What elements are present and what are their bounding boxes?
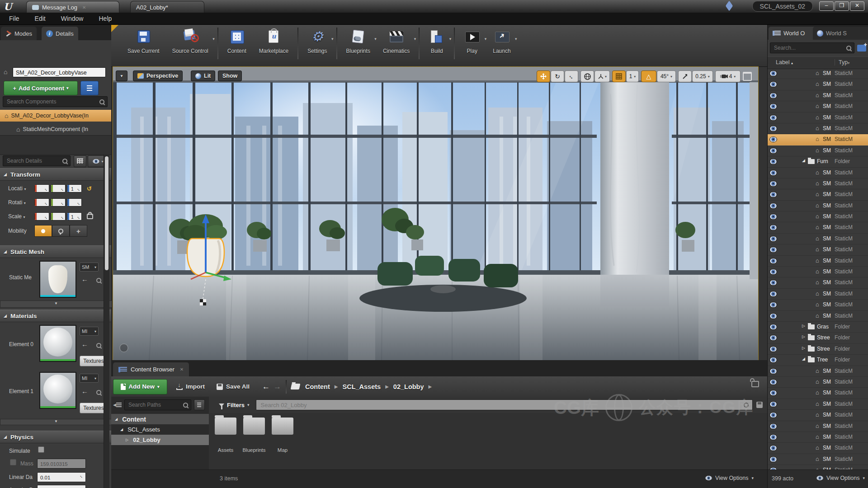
asset-search-box[interactable] bbox=[256, 399, 753, 410]
mass-override-checkbox[interactable] bbox=[10, 459, 16, 465]
outliner-row[interactable]: SM StaticM bbox=[768, 178, 868, 189]
angular-damping-field[interactable]: ↔ bbox=[37, 485, 86, 488]
save-search-icon[interactable] bbox=[756, 402, 763, 408]
breadcrumb-scl-assets[interactable]: SCL_Assets bbox=[343, 383, 381, 390]
create-folder-icon[interactable] bbox=[857, 45, 866, 52]
expand-arrow-icon[interactable]: ▷ bbox=[126, 438, 128, 442]
outliner-row[interactable]: SM StaticM bbox=[768, 189, 868, 200]
build-button[interactable]: Build▾ bbox=[422, 25, 451, 62]
tab-content-browser[interactable]: Content Browser ✕ bbox=[113, 362, 189, 376]
rotation-snap-toggle[interactable]: △ bbox=[641, 70, 656, 82]
blueprints-button[interactable]: Blueprints▾ bbox=[340, 25, 377, 62]
outliner-row[interactable]: SM StaticM bbox=[768, 234, 868, 244]
scale-label[interactable]: Scale ▾ bbox=[8, 213, 34, 220]
scale-x-field[interactable]: ↔ bbox=[34, 212, 49, 221]
window-tab-message-log[interactable]: Message Log ✕ bbox=[26, 1, 119, 13]
simulate-checkbox[interactable] bbox=[38, 446, 44, 453]
outliner-row[interactable]: Stree Folder bbox=[768, 344, 868, 355]
content-button[interactable]: Content bbox=[221, 25, 253, 62]
visibility-eye-icon[interactable] bbox=[770, 203, 777, 208]
camera-speed-button[interactable]: 4▾ bbox=[715, 70, 741, 82]
visibility-eye-icon[interactable] bbox=[770, 446, 777, 450]
filters-button[interactable]: Filters ▾ bbox=[219, 402, 250, 408]
viewport-options-button[interactable]: ▾ bbox=[116, 70, 127, 81]
visibility-eye-icon[interactable] bbox=[770, 181, 777, 186]
collapse-sources-button[interactable]: ◀ bbox=[113, 403, 122, 407]
linear-damping-field[interactable]: ↔ bbox=[37, 472, 86, 482]
mobility-static-button[interactable] bbox=[34, 225, 52, 237]
breadcrumb-02-lobby[interactable]: 02_Lobby bbox=[393, 383, 424, 390]
rotation-label[interactable]: Rotati ▾ bbox=[8, 199, 34, 206]
browse-icon[interactable] bbox=[96, 278, 101, 283]
asset-folder-tile[interactable]: Blueprints bbox=[241, 418, 267, 453]
tab-world-outliner[interactable]: World O bbox=[769, 27, 818, 40]
use-selected-arrow-icon[interactable]: ← bbox=[81, 387, 88, 395]
save-all-button[interactable]: Save All bbox=[217, 383, 250, 390]
marketplace-button[interactable]: Marketplace bbox=[253, 25, 295, 62]
move-tool-button[interactable] bbox=[537, 70, 550, 82]
outliner-row[interactable]: SM StaticM bbox=[768, 300, 868, 310]
mobility-stationary-button[interactable] bbox=[52, 225, 70, 237]
reset-to-default-icon[interactable]: ↺ bbox=[87, 185, 92, 192]
visibility-eye-icon[interactable] bbox=[770, 126, 777, 131]
outliner-row[interactable]: SM StaticM bbox=[768, 399, 868, 410]
perspective-button[interactable]: Perspective bbox=[133, 70, 183, 81]
source-control-button[interactable]: Source Control▾ bbox=[166, 25, 215, 62]
tree-item-scl-assets[interactable]: ◢ SCL_Assets bbox=[111, 424, 209, 435]
menu-item[interactable]: Window bbox=[61, 15, 84, 22]
close-icon[interactable]: ✕ bbox=[180, 367, 184, 372]
outliner-row[interactable]: SM StaticM bbox=[768, 267, 868, 277]
outliner-row[interactable]: SM StaticM bbox=[768, 388, 868, 399]
window-tab-level[interactable]: A02_Lobby* bbox=[130, 1, 204, 13]
asset-search-input[interactable] bbox=[260, 401, 744, 409]
add-component-button[interactable]: + Add Component ▾ bbox=[4, 81, 78, 95]
material0-thumbnail[interactable] bbox=[39, 325, 76, 362]
use-selected-arrow-icon[interactable]: ← bbox=[81, 340, 88, 348]
visibility-eye-icon[interactable] bbox=[770, 435, 777, 440]
component-name-field[interactable]: SM_A02_Decor_LobbyVase bbox=[13, 67, 106, 77]
chevron-down-icon[interactable]: ▾ bbox=[449, 37, 452, 41]
visibility-eye-icon[interactable] bbox=[770, 71, 777, 76]
section-header-transform[interactable]: ◢Transform bbox=[0, 168, 111, 181]
visibility-eye-icon[interactable] bbox=[770, 280, 777, 285]
asset-folder-tile[interactable]: Assets bbox=[212, 418, 239, 453]
rotation-y-field[interactable]: ↔ bbox=[51, 198, 66, 206]
component-row-root[interactable]: SM_A02_Decor_LobbyVase(In bbox=[0, 110, 111, 122]
static-mesh-dropdown[interactable]: SM▾ bbox=[80, 263, 99, 272]
visibility-eye-icon[interactable] bbox=[770, 148, 777, 153]
back-arrow-button[interactable]: ← bbox=[262, 382, 270, 391]
level-viewport[interactable]: ▾ Perspective Lit Show ↻ ↔ bbox=[113, 66, 759, 361]
material0-dropdown[interactable]: MI▾ bbox=[80, 327, 99, 336]
view-options-button[interactable]: View Options ▾ bbox=[816, 475, 865, 481]
scrollbar-thumb[interactable] bbox=[105, 156, 108, 270]
search-components-input[interactable] bbox=[6, 98, 99, 105]
expand-more-bar[interactable]: ▼ bbox=[0, 300, 112, 308]
visibility-eye-icon[interactable] bbox=[770, 214, 777, 219]
forward-arrow-button[interactable]: → bbox=[274, 382, 281, 391]
label-column-header[interactable]: Label ▴ bbox=[776, 59, 793, 66]
outliner-row[interactable]: SM StaticM bbox=[768, 90, 868, 101]
outliner-row[interactable]: SM StaticM bbox=[768, 311, 868, 322]
chevron-down-icon[interactable]: ▾ bbox=[331, 37, 334, 41]
search-details-box[interactable] bbox=[3, 155, 71, 166]
details-scrollbar[interactable] bbox=[104, 155, 109, 488]
search-components-box[interactable] bbox=[3, 96, 108, 107]
visibility-eye-icon[interactable] bbox=[770, 413, 777, 418]
asset-grid[interactable]: Assets Blueprints Map bbox=[209, 413, 767, 470]
drag-value-icon[interactable]: ↔ bbox=[79, 486, 85, 488]
chevron-down-icon[interactable]: ▾ bbox=[515, 37, 517, 41]
visibility-eye-icon[interactable] bbox=[770, 457, 777, 462]
static-mesh-thumbnail[interactable] bbox=[39, 261, 76, 298]
outliner-row[interactable]: SM StaticM bbox=[768, 101, 868, 112]
visibility-eye-icon[interactable] bbox=[770, 225, 777, 230]
expand-more-bar[interactable]: ▼ bbox=[0, 419, 112, 425]
outliner-row[interactable]: SM StaticM bbox=[768, 201, 868, 211]
visibility-eye-icon[interactable] bbox=[770, 269, 777, 274]
launch-button[interactable]: Launch▾ bbox=[486, 25, 517, 62]
title-bar[interactable]: U Message Log ✕ A02_Lobby* SCL_Assets_02… bbox=[0, 0, 868, 13]
visibility-eye-icon[interactable] bbox=[770, 380, 777, 385]
import-button[interactable]: Import bbox=[176, 383, 205, 390]
scale-z-field[interactable]: 1↔ bbox=[67, 212, 82, 221]
outliner-row[interactable]: SM StaticM bbox=[768, 443, 868, 454]
visibility-eye-icon[interactable] bbox=[770, 291, 777, 296]
